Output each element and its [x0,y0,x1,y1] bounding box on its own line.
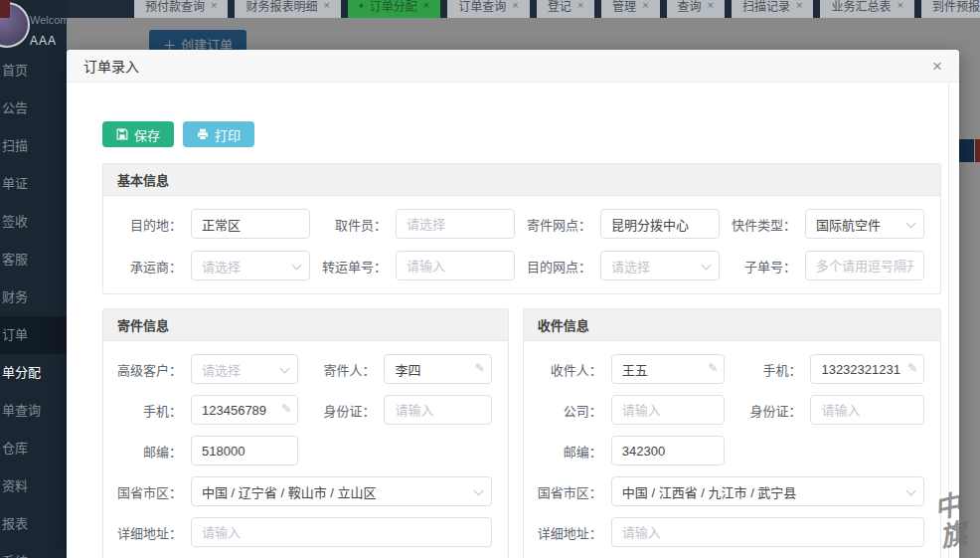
close-icon[interactable]: × [323,0,329,11]
field-receiver-region: 国省市区： 中国 / 江西省 / 九江市 / 武宁县 [534,476,924,506]
sidebar-item-home[interactable]: 首页 [0,52,67,90]
receiver-info-section: 收件信息 收件人： ✎ 手机： ✎ 公司： [523,308,941,558]
sidebar-item-order[interactable]: 订单 [0,316,67,354]
receiver-mobile-label: 手机： [733,360,810,379]
action-buttons: 保存 打印 [102,121,941,147]
sidebar-item-system[interactable]: 系统 [0,543,67,558]
sidebar-item-order-query[interactable]: 单查询 [0,392,67,430]
tab-prepaid-query[interactable]: 预付款查询× [134,0,228,18]
tab-order-assign[interactable]: ●订单分配× [348,0,440,18]
sender-mobile-label: 手机： [113,401,191,420]
field-pickup-agent: 取件员： [318,209,515,239]
field-sender-name: 寄件人： ✎ [306,354,491,384]
app-window: 预付款查询× 财务报表明细× ●订单分配× 订单查询× 登记× 管理× 查询× … [0,0,980,558]
dest-branch-label: 目的网点： [523,257,600,276]
dest-branch-select[interactable]: 请选择 [600,251,720,280]
receiver-name-label: 收件人： [534,360,611,379]
welcome-text: Welcome, [30,14,67,26]
sender-name-input[interactable] [384,354,491,384]
sidebar-item-notice[interactable]: 公告 [0,90,67,127]
order-entry-modal: 订单录入 × 保存 打印 基本信息 目的地： [67,50,959,558]
close-icon[interactable]: × [642,0,648,11]
field-carrier: 承运商： 请选择 [113,251,310,280]
receiver-company-label: 公司： [534,401,611,420]
sidebar-item-warehouse[interactable]: 仓库 [0,430,67,467]
close-icon[interactable]: × [932,58,942,75]
destination-input[interactable] [191,209,310,239]
sidebar-item-service[interactable]: 客服 [0,241,67,279]
sender-address-label: 详细地址： [113,523,191,542]
tab-label: 扫描记录 [742,0,790,14]
sender-region-select[interactable]: 中国 / 辽宁省 / 鞍山市 / 立山区 [191,476,492,506]
sender-mobile-input[interactable] [191,395,298,425]
close-icon[interactable]: × [796,0,802,11]
carrier-label: 承运商： [113,257,191,276]
close-icon[interactable]: × [512,0,518,11]
sidebar-item-finance[interactable]: 财务 [0,279,67,316]
sidebar-item-scan[interactable]: 扫描 [0,127,67,165]
sidebar-item-order-assign[interactable]: 单分配 [0,354,67,392]
receiver-company-input[interactable] [611,395,726,425]
receiver-name-input[interactable] [611,354,726,384]
sidebar-item-data[interactable]: 资料 [0,467,67,505]
tab-manage[interactable]: 管理× [601,0,659,18]
tab-strip: 预付款查询× 财务报表明细× ●订单分配× 订单查询× 登记× 管理× 查询× … [134,0,980,18]
tab-query[interactable]: 查询× [667,0,725,18]
print-button[interactable]: 打印 [183,121,254,147]
tab-label: 登记 [548,0,572,14]
sidebar-item-documents[interactable]: 单证 [0,165,67,203]
tab-finance-report-detail[interactable]: 财务报表明细× [235,0,340,18]
vip-customer-select[interactable]: 请选择 [191,354,298,384]
express-type-value: 国际航空件 [816,215,881,234]
tab-arrival-forecast[interactable]: 到件预报× [921,0,980,18]
sidebar-item-sign[interactable]: 签收 [0,203,67,241]
pickup-agent-label: 取件员： [318,215,396,234]
close-icon[interactable]: × [423,0,429,11]
field-sender-postcode: 邮编： [113,436,298,465]
sender-info-body: 高级客户： 请选择 寄件人： ✎ 手机： ✎ [103,341,508,558]
save-button[interactable]: 保存 [102,121,174,147]
close-icon[interactable]: × [211,0,217,11]
receiver-postcode-label: 邮编： [534,442,611,461]
tab-scan-record[interactable]: 扫描记录× [732,0,813,18]
tab-order-query[interactable]: 订单查询× [447,0,529,18]
carrier-select[interactable]: 请选择 [191,251,310,280]
chevron-down-icon [280,364,290,374]
close-icon[interactable]: × [577,0,583,11]
express-type-label: 快件类型： [728,215,805,234]
receiver-postcode-input[interactable] [611,436,726,465]
express-type-select[interactable]: 国际航空件 [805,209,924,239]
tab-label: 订单查询 [458,0,506,14]
receiver-region-value: 中国 / 江西省 / 九江市 / 武宁县 [622,482,797,501]
pickup-agent-input[interactable] [396,209,515,239]
top-tab-bar: 预付款查询× 财务报表明细× ●订单分配× 订单查询× 登记× 管理× 查询× … [0,0,980,18]
sender-region-label: 国省市区： [113,482,191,501]
chevron-down-icon [702,261,712,271]
field-receiver-postcode: 邮编： [534,436,726,465]
vip-customer-placeholder: 请选择 [202,360,241,379]
sender-address-input[interactable] [191,517,492,547]
active-dot-icon: ● [359,1,364,10]
sidebar-item-report[interactable]: 报表 [0,505,67,543]
sender-branch-input[interactable] [600,209,720,239]
chevron-down-icon [473,486,483,496]
tab-label: 查询 [678,0,702,14]
chevron-down-icon [906,486,916,496]
tab-label: 管理 [612,0,636,14]
close-icon[interactable]: × [708,0,714,11]
tab-register[interactable]: 登记× [537,0,594,18]
close-icon[interactable]: × [897,0,902,11]
field-destination: 目的地： [113,209,310,239]
transfer-no-input[interactable] [396,251,515,280]
sender-id-card-input[interactable] [384,395,491,425]
tab-business-summary[interactable]: 业务汇总表× [820,0,913,18]
sub-no-input[interactable] [805,251,924,280]
receiver-mobile-input[interactable] [810,354,924,384]
sender-postcode-input[interactable] [191,436,298,465]
field-receiver-company: 公司： [534,395,726,425]
receiver-id-card-input[interactable] [810,395,924,425]
field-sender-id-card: 身份证： [306,395,491,425]
receiver-address-input[interactable] [611,517,924,547]
vip-customer-label: 高级客户： [113,360,191,379]
receiver-region-select[interactable]: 中国 / 江西省 / 九江市 / 武宁县 [611,476,924,506]
